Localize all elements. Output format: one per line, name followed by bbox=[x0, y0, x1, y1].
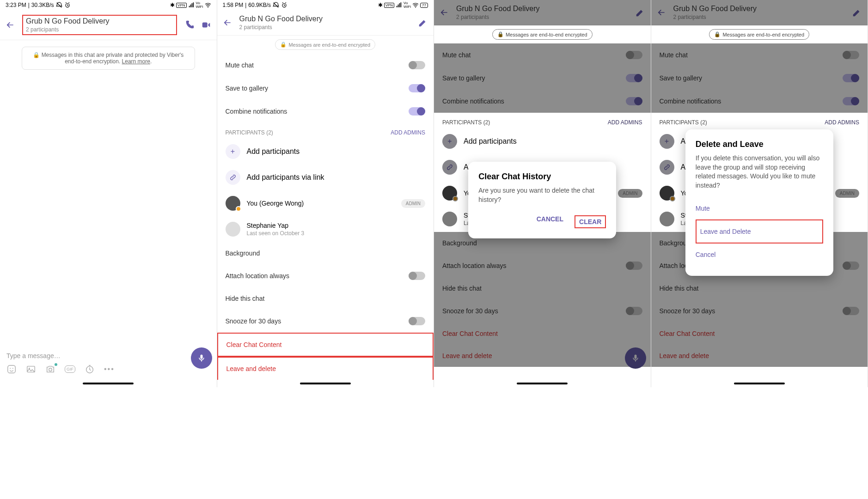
subtitle: 2 participants bbox=[239, 24, 411, 30]
edit-icon bbox=[852, 7, 862, 18]
vowifi-icon: VoWiFi bbox=[403, 1, 411, 9]
svg-point-5 bbox=[10, 368, 11, 369]
hide-chat-row[interactable]: Hide this chat bbox=[217, 287, 434, 310]
participants-header: PARTICIPANTS (2)ADD ADMINS bbox=[217, 123, 434, 139]
chat-header: Grub N Go Food Delivery 2 participants bbox=[0, 10, 217, 40]
add-via-link-row[interactable]: Add participants via link bbox=[217, 164, 434, 190]
chat-title: Grub N Go Food Delivery bbox=[26, 17, 173, 25]
chat-messages-area: 🔒 Messages in this chat are private and … bbox=[0, 40, 217, 346]
chat-subtitle: 2 participants bbox=[26, 26, 173, 33]
alarm-icon bbox=[281, 2, 287, 8]
lock-icon: 🔒 bbox=[280, 42, 287, 48]
dialog-title: Delete and Leave bbox=[696, 140, 823, 149]
time: 3:23 PM bbox=[6, 2, 26, 8]
netspeed: 60.9KB/s bbox=[248, 2, 271, 8]
camera-icon[interactable] bbox=[45, 364, 55, 374]
plus-icon: + bbox=[226, 144, 240, 159]
clear-chat-content-button[interactable]: Clear Chat Content bbox=[217, 333, 434, 357]
lock-icon: 🔒 bbox=[33, 52, 40, 58]
gallery-icon[interactable] bbox=[26, 364, 36, 374]
bluetooth-icon: ✱ bbox=[378, 2, 383, 8]
nav-handle bbox=[83, 383, 134, 384]
camera-dot-indicator bbox=[55, 363, 57, 366]
cancel-button[interactable]: CANCEL bbox=[537, 215, 563, 228]
clear-button[interactable]: CLEAR bbox=[575, 215, 606, 228]
cancel-option[interactable]: Cancel bbox=[696, 243, 823, 266]
learn-more-link[interactable]: Learn more bbox=[122, 58, 150, 65]
netspeed: 30.3KB/s bbox=[31, 2, 54, 8]
screen-leave-dialog: Grub N Go Food Delivery2 participants 🔒M… bbox=[651, 0, 868, 387]
svg-point-14 bbox=[415, 7, 416, 8]
more-icon[interactable]: ••• bbox=[104, 365, 115, 373]
gallery-toggle[interactable] bbox=[409, 84, 425, 92]
battery-icon: 77 bbox=[420, 3, 428, 8]
alarm-icon bbox=[64, 2, 71, 8]
sticker-icon[interactable] bbox=[6, 364, 17, 374]
location-toggle[interactable] bbox=[409, 272, 425, 280]
back-icon[interactable] bbox=[223, 18, 232, 27]
combine-notif-row[interactable]: Combine notifications bbox=[217, 100, 434, 123]
vpn-icon: VPN bbox=[384, 3, 394, 8]
back-icon[interactable] bbox=[6, 20, 15, 30]
avatar bbox=[226, 196, 240, 211]
svg-point-2 bbox=[208, 7, 208, 8]
svg-rect-15 bbox=[634, 355, 636, 359]
mic-icon bbox=[197, 353, 206, 363]
chat-title-tap-area[interactable]: Grub N Go Food Delivery 2 participants bbox=[22, 15, 177, 35]
settings-header: Grub N Go Food Delivery2 participants bbox=[434, 0, 651, 25]
svg-point-9 bbox=[49, 368, 52, 371]
wifi-icon bbox=[412, 2, 419, 8]
encryption-pill: 🔒Messages are end-to-end encrypted bbox=[275, 39, 375, 50]
encryption-banner[interactable]: 🔒 Messages in this chat are private and … bbox=[22, 47, 195, 70]
mute-toggle[interactable] bbox=[409, 61, 425, 69]
timer-icon[interactable] bbox=[85, 364, 95, 374]
leave-delete-button[interactable]: Leave and delete bbox=[217, 357, 434, 380]
delete-leave-dialog: Delete and Leave If you delete this conv… bbox=[685, 129, 833, 276]
gif-icon[interactable]: GIF bbox=[65, 365, 75, 373]
svg-rect-11 bbox=[200, 355, 202, 359]
avatar bbox=[226, 222, 240, 237]
message-input[interactable]: Type a message… bbox=[6, 349, 210, 362]
vpn-icon: VPN bbox=[176, 3, 186, 8]
save-gallery-row[interactable]: Save to gallery bbox=[217, 77, 434, 100]
participant-other[interactable]: Stephanie YapLast seen on October 3 bbox=[217, 216, 434, 242]
snooze-toggle[interactable] bbox=[409, 317, 425, 325]
combine-toggle[interactable] bbox=[409, 107, 425, 116]
mic-button bbox=[625, 347, 646, 369]
edit-icon[interactable] bbox=[418, 18, 428, 28]
background-row[interactable]: Background bbox=[217, 242, 434, 264]
svg-rect-3 bbox=[202, 23, 207, 28]
settings-header: Grub N Go Food Delivery 2 participants bbox=[217, 10, 434, 36]
svg-point-6 bbox=[12, 368, 13, 369]
call-icon[interactable] bbox=[184, 20, 195, 30]
wifi-icon bbox=[205, 2, 211, 8]
mute-option[interactable]: Mute bbox=[696, 197, 823, 219]
screen-clear-dialog: Grub N Go Food Delivery2 participants 🔒M… bbox=[434, 0, 651, 387]
add-participants-row[interactable]: +Add participants bbox=[217, 139, 434, 164]
nav-handle bbox=[300, 383, 351, 384]
statusbar: 3:23 PM|30.3KB/s ✱ VPN VoWiFi bbox=[0, 0, 217, 10]
svg-rect-4 bbox=[8, 365, 16, 373]
mic-button[interactable] bbox=[191, 347, 212, 369]
back-icon bbox=[440, 8, 449, 17]
signal-icon bbox=[396, 2, 402, 8]
bluetooth-icon: ✱ bbox=[170, 2, 175, 8]
leave-delete-option[interactable]: Leave and Delete bbox=[696, 219, 823, 243]
title: Grub N Go Food Delivery bbox=[239, 15, 411, 23]
signal-icon bbox=[188, 2, 195, 8]
add-admins-button[interactable]: ADD ADMINS bbox=[391, 129, 425, 136]
screen-chat: 3:23 PM|30.3KB/s ✱ VPN VoWiFi Grub N Go … bbox=[0, 0, 217, 387]
edit-icon bbox=[635, 7, 645, 18]
compose-area: Type a message… GIF ••• bbox=[0, 346, 217, 380]
link-icon bbox=[226, 170, 240, 185]
vowifi-icon: VoWiFi bbox=[196, 1, 203, 9]
dialog-title: Clear Chat History bbox=[478, 172, 606, 182]
dnd-icon bbox=[56, 2, 62, 8]
mute-chat-row[interactable]: Mute chat bbox=[217, 54, 434, 77]
video-icon[interactable] bbox=[201, 20, 211, 30]
time: 1:58 PM bbox=[223, 2, 244, 8]
dnd-icon bbox=[273, 2, 279, 8]
snooze-row[interactable]: Snooze for 30 days bbox=[217, 310, 434, 333]
attach-location-row[interactable]: Attach location always bbox=[217, 264, 434, 287]
participant-you[interactable]: You (George Wong)ADMIN bbox=[217, 190, 434, 216]
